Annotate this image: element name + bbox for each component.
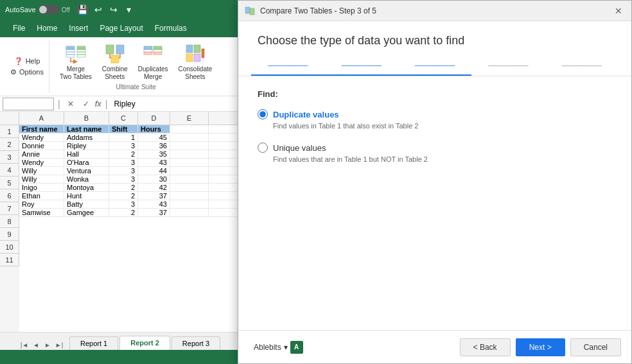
col-header-A[interactable]: A (19, 112, 64, 125)
cell-A9[interactable]: Ethan (19, 192, 64, 200)
cell-D5[interactable]: 43 (138, 159, 170, 166)
cell-A1[interactable]: First name (19, 125, 64, 133)
cell-E8[interactable] (170, 184, 209, 191)
redo-icon[interactable]: ↪ (109, 4, 119, 15)
row-header-4[interactable]: 4 (0, 164, 19, 177)
name-box[interactable] (3, 98, 54, 110)
cell-C4[interactable]: 2 (109, 150, 138, 158)
cell-D10[interactable]: 43 (138, 200, 170, 208)
cell-A6[interactable]: Willy (19, 167, 64, 175)
sheet-nav-next[interactable]: ► (42, 340, 53, 350)
col-header-B[interactable]: B (64, 112, 109, 125)
cell-B2[interactable]: Addams (64, 134, 109, 141)
row-header-5[interactable]: 5 (0, 177, 19, 189)
dialog-close-button[interactable]: ✕ (612, 4, 625, 17)
cell-B6[interactable]: Ventura (64, 167, 109, 175)
col-header-E[interactable]: E (170, 112, 209, 125)
cell-C3[interactable]: 3 (109, 142, 138, 150)
cell-E2[interactable] (170, 134, 209, 141)
cell-B4[interactable]: Hall (64, 150, 109, 158)
autosave-control[interactable]: AutoSave Off (5, 5, 70, 14)
menu-home[interactable]: Home (31, 22, 62, 35)
cell-E4[interactable] (170, 150, 209, 158)
cell-D2[interactable]: 45 (138, 134, 170, 141)
cancel-formula-button[interactable]: ✕ (64, 98, 77, 110)
cell-E3[interactable] (170, 142, 209, 150)
sheet-tab-report3[interactable]: Report 3 (171, 336, 220, 350)
cell-E11[interactable] (170, 209, 209, 216)
ablebits-button[interactable]: Ablebits ▾ A (249, 338, 308, 356)
combine-sheets-button[interactable]: CombineSheets (100, 42, 130, 82)
row-header-11[interactable]: 11 (0, 254, 19, 266)
cell-E6[interactable] (170, 167, 209, 175)
sheet-nav-prev[interactable]: ◄ (31, 340, 41, 350)
row-header-7[interactable]: 7 (0, 202, 19, 215)
sheet-tab-report1[interactable]: Report 1 (69, 336, 118, 350)
help-button[interactable]: ❓ Help (14, 57, 40, 65)
cell-A2[interactable]: Wendy (19, 134, 64, 141)
cell-C9[interactable]: 2 (109, 192, 138, 200)
cell-E7[interactable] (170, 175, 209, 183)
row-header-10[interactable]: 10 (0, 241, 19, 254)
unique-label[interactable]: Unique values (273, 143, 326, 153)
cell-A3[interactable]: Donnie (19, 142, 64, 150)
cell-D6[interactable]: 44 (138, 167, 170, 175)
menu-insert[interactable]: Insert (64, 22, 93, 35)
cell-C5[interactable]: 3 (109, 159, 138, 166)
autosave-toggle[interactable] (39, 5, 59, 14)
cell-D3[interactable]: 36 (138, 142, 170, 150)
cell-A4[interactable]: Annie (19, 150, 64, 158)
sheet-nav-first[interactable]: |◄ (19, 340, 30, 350)
next-button[interactable]: Next > (516, 338, 565, 356)
cell-B11[interactable]: Gamgee (64, 209, 109, 216)
cell-A10[interactable]: Roy (19, 200, 64, 208)
cell-A11[interactable]: Samwise (19, 209, 64, 216)
cell-E10[interactable] (170, 200, 209, 208)
row-header-8[interactable]: 8 (0, 215, 19, 228)
cell-E1[interactable] (170, 125, 209, 133)
row-header-3[interactable]: 3 (0, 151, 19, 164)
cancel-button[interactable]: Cancel (570, 338, 621, 356)
merge-two-tables-button[interactable]: MergeTwo Tables (57, 42, 94, 82)
col-header-D[interactable]: D (138, 112, 170, 125)
cell-D1[interactable]: Hours (138, 125, 170, 133)
cell-B1[interactable]: Last name (64, 125, 109, 133)
options-button[interactable]: ⚙ Options (10, 68, 44, 76)
cell-A7[interactable]: Willy (19, 175, 64, 183)
cell-C8[interactable]: 2 (109, 184, 138, 191)
confirm-formula-button[interactable]: ✓ (80, 98, 92, 110)
cell-B9[interactable]: Hunt (64, 192, 109, 200)
save-icon[interactable]: 💾 (78, 4, 88, 15)
menu-page-layout[interactable]: Page Layout (94, 22, 148, 35)
cell-D11[interactable]: 37 (138, 209, 170, 216)
row-header-1[interactable]: 1 (0, 125, 19, 138)
undo-icon[interactable]: ↩ (93, 4, 103, 15)
cell-B5[interactable]: O'Hara (64, 159, 109, 166)
menu-formulas[interactable]: Formulas (150, 22, 192, 35)
cell-C11[interactable]: 2 (109, 209, 138, 216)
cell-B8[interactable]: Montoya (64, 184, 109, 191)
cell-E9[interactable] (170, 192, 209, 200)
cell-D7[interactable]: 30 (138, 175, 170, 183)
consolidate-sheets-button[interactable]: ConsolidateSheets (176, 42, 215, 82)
row-header-2[interactable]: 2 (0, 138, 19, 151)
duplicates-merge-button[interactable]: DuplicatesMerge (136, 42, 171, 82)
cell-E5[interactable] (170, 159, 209, 166)
col-header-C[interactable]: C (109, 112, 138, 125)
sheet-tab-report2[interactable]: Report 2 (119, 336, 170, 350)
unique-radio[interactable] (258, 143, 268, 153)
more-icon[interactable]: ▾ (124, 4, 134, 15)
row-header-6[interactable]: 6 (0, 189, 19, 202)
row-header-9[interactable]: 9 (0, 228, 19, 241)
duplicate-label[interactable]: Duplicate values (273, 110, 339, 119)
duplicate-radio[interactable] (258, 109, 268, 119)
cell-A5[interactable]: Wendy (19, 159, 64, 166)
cell-C7[interactable]: 3 (109, 175, 138, 183)
cell-C10[interactable]: 3 (109, 200, 138, 208)
cell-A8[interactable]: Inigo (19, 184, 64, 191)
cell-B10[interactable]: Batty (64, 200, 109, 208)
cell-D9[interactable]: 37 (138, 192, 170, 200)
cell-C6[interactable]: 3 (109, 167, 138, 175)
cell-B3[interactable]: Ripley (64, 142, 109, 150)
cell-B7[interactable]: Wonka (64, 175, 109, 183)
